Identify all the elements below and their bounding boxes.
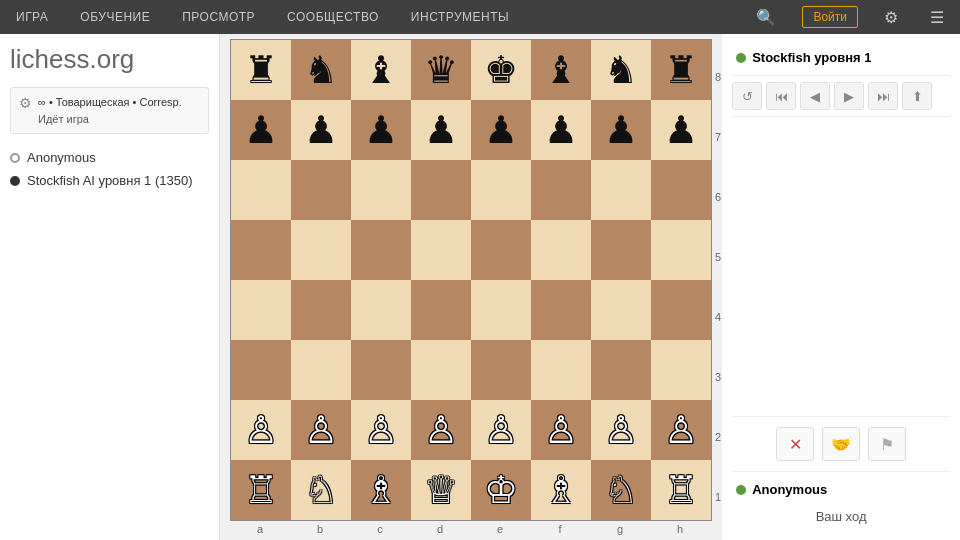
square[interactable]	[231, 160, 291, 220]
square[interactable]	[651, 220, 711, 280]
square[interactable]: ♛	[411, 40, 471, 100]
square[interactable]	[531, 340, 591, 400]
square[interactable]: ♞	[591, 40, 651, 100]
square[interactable]	[471, 220, 531, 280]
game-gear-icon: ⚙	[19, 95, 32, 111]
login-button[interactable]: Войти	[802, 6, 858, 28]
square[interactable]	[231, 280, 291, 340]
square[interactable]: ♕	[411, 460, 471, 520]
square[interactable]	[651, 280, 711, 340]
chess-piece: ♟	[664, 111, 698, 149]
square[interactable]	[471, 160, 531, 220]
prev-move-btn[interactable]: ◀	[800, 82, 830, 110]
chess-piece: ♘	[604, 471, 638, 509]
square[interactable]: ♟	[531, 100, 591, 160]
square[interactable]: ♖	[651, 460, 711, 520]
chess-piece: ♞	[304, 51, 338, 89]
first-move-btn[interactable]: ⏮	[766, 82, 796, 110]
square[interactable]: ♙	[291, 400, 351, 460]
square[interactable]	[411, 340, 471, 400]
square[interactable]: ♜	[231, 40, 291, 100]
square[interactable]: ♙	[531, 400, 591, 460]
flip-board-btn[interactable]: ↺	[732, 82, 762, 110]
square[interactable]	[531, 160, 591, 220]
next-move-btn[interactable]: ▶	[834, 82, 864, 110]
square[interactable]	[591, 340, 651, 400]
settings-icon[interactable]: ⚙	[878, 0, 904, 34]
square[interactable]	[291, 220, 351, 280]
square[interactable]: ♟	[471, 100, 531, 160]
square[interactable]: ♙	[591, 400, 651, 460]
square[interactable]: ♟	[351, 100, 411, 160]
square[interactable]: ♙	[471, 400, 531, 460]
square[interactable]	[351, 280, 411, 340]
square[interactable]: ♟	[231, 100, 291, 160]
square[interactable]	[471, 280, 531, 340]
square[interactable]: ♝	[351, 40, 411, 100]
chess-board[interactable]: ♜♞♝♛♚♝♞♜♟♟♟♟♟♟♟♟♙♙♙♙♙♙♙♙♖♘♗♕♔♗♘♖	[230, 39, 712, 521]
square[interactable]	[531, 280, 591, 340]
square[interactable]	[351, 160, 411, 220]
square[interactable]	[411, 220, 471, 280]
square[interactable]: ♘	[591, 460, 651, 520]
square[interactable]: ♙	[231, 400, 291, 460]
square[interactable]	[231, 220, 291, 280]
nav-community[interactable]: СООБЩЕСТВО	[281, 0, 385, 34]
square[interactable]	[351, 340, 411, 400]
chess-piece: ♜	[664, 51, 698, 89]
square[interactable]	[531, 220, 591, 280]
square[interactable]	[591, 160, 651, 220]
square[interactable]: ♟	[651, 100, 711, 160]
chess-piece: ♟	[544, 111, 578, 149]
chess-piece: ♙	[544, 411, 578, 449]
square[interactable]: ♚	[471, 40, 531, 100]
square[interactable]: ♟	[411, 100, 471, 160]
square[interactable]	[411, 280, 471, 340]
square[interactable]	[651, 340, 711, 400]
chess-piece: ♛	[424, 51, 458, 89]
square[interactable]: ♖	[231, 460, 291, 520]
square[interactable]: ♞	[291, 40, 351, 100]
square[interactable]: ♟	[591, 100, 651, 160]
square[interactable]	[411, 160, 471, 220]
chess-piece: ♟	[364, 111, 398, 149]
square[interactable]: ♝	[531, 40, 591, 100]
chess-piece: ♟	[244, 111, 278, 149]
chess-piece: ♖	[244, 471, 278, 509]
square[interactable]: ♙	[351, 400, 411, 460]
draw-button[interactable]: 🤝	[822, 427, 860, 461]
menu-icon[interactable]: ☰	[924, 0, 950, 34]
analyse-btn[interactable]: ⬆	[902, 82, 932, 110]
last-move-btn[interactable]: ⏭	[868, 82, 898, 110]
chess-piece: ♟	[604, 111, 638, 149]
chess-piece: ♖	[664, 471, 698, 509]
nav-tools[interactable]: ИНСТРУМЕНТЫ	[405, 0, 515, 34]
game-info-box[interactable]: ⚙ ∞ • Товарищеская • Corresp. Идёт игра	[10, 87, 209, 134]
square[interactable]	[651, 160, 711, 220]
square[interactable]: ♟	[291, 100, 351, 160]
nav-learn[interactable]: ОБУЧЕНИЕ	[74, 0, 156, 34]
square[interactable]	[291, 340, 351, 400]
square[interactable]	[591, 280, 651, 340]
square[interactable]: ♘	[291, 460, 351, 520]
square[interactable]: ♜	[651, 40, 711, 100]
square[interactable]	[291, 280, 351, 340]
top-nav: ИГРА ОБУЧЕНИЕ ПРОСМОТР СООБЩЕСТВО ИНСТРУ…	[0, 0, 960, 34]
flag-button[interactable]: ⚑	[868, 427, 906, 461]
square[interactable]	[231, 340, 291, 400]
square[interactable]: ♔	[471, 460, 531, 520]
square[interactable]	[351, 220, 411, 280]
nav-watch[interactable]: ПРОСМОТР	[176, 0, 261, 34]
square[interactable]	[291, 160, 351, 220]
square[interactable]	[471, 340, 531, 400]
board-wrap: ♜♞♝♛♚♝♞♜♟♟♟♟♟♟♟♟♙♙♙♙♙♙♙♙♖♘♗♕♔♗♘♖ a b c d…	[230, 39, 712, 535]
square[interactable]: ♙	[411, 400, 471, 460]
square[interactable]: ♗	[531, 460, 591, 520]
square[interactable]: ♙	[651, 400, 711, 460]
logo: lichess.org	[10, 44, 209, 75]
nav-game[interactable]: ИГРА	[10, 0, 54, 34]
square[interactable]	[591, 220, 651, 280]
search-icon[interactable]: 🔍	[750, 0, 782, 34]
square[interactable]: ♗	[351, 460, 411, 520]
resign-button[interactable]: ✕	[776, 427, 814, 461]
